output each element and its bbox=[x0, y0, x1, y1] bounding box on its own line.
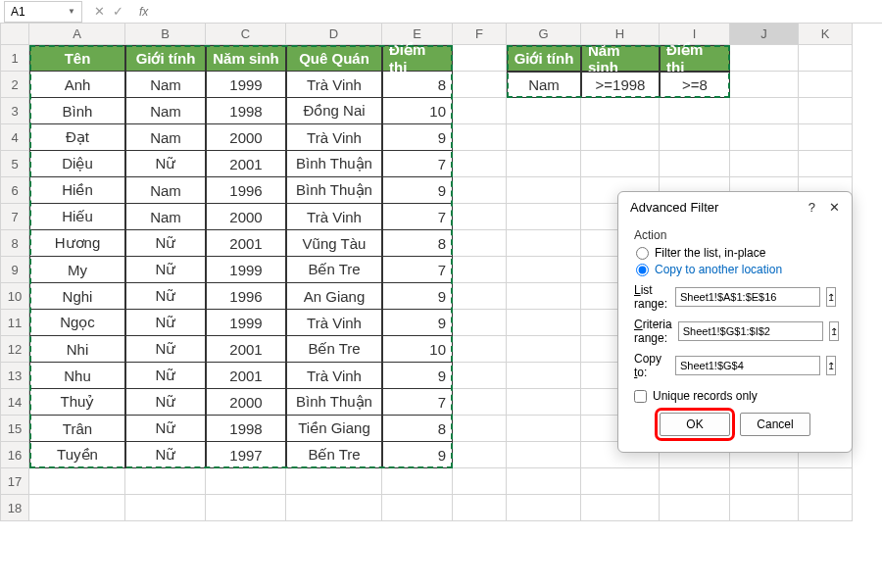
cell-J4[interactable] bbox=[730, 124, 799, 151]
cell-F15[interactable] bbox=[453, 416, 507, 442]
cell-F5[interactable] bbox=[453, 151, 507, 177]
row-header[interactable]: 4 bbox=[0, 124, 29, 151]
cell-E3[interactable]: 10 bbox=[382, 98, 453, 124]
ok-button[interactable]: OK bbox=[660, 413, 730, 436]
cell-G5[interactable] bbox=[507, 151, 581, 177]
cell-E9[interactable]: 7 bbox=[382, 257, 453, 283]
col-header-B[interactable]: B bbox=[125, 24, 206, 45]
cell-E2[interactable]: 8 bbox=[382, 72, 453, 98]
cell-A7[interactable]: Hiếu bbox=[29, 204, 125, 230]
cell-B16[interactable]: Nữ bbox=[125, 442, 206, 468]
cell-A16[interactable]: Tuyền bbox=[29, 442, 125, 468]
cell-J5[interactable] bbox=[730, 151, 799, 177]
cell-D11[interactable]: Trà Vinh bbox=[286, 310, 382, 336]
cell-E6[interactable]: 9 bbox=[382, 177, 453, 204]
criteria-range-input[interactable] bbox=[678, 321, 823, 341]
cell-D4[interactable]: Trà Vinh bbox=[286, 124, 382, 151]
cell-E14[interactable]: 7 bbox=[382, 389, 453, 416]
cell-B5[interactable]: Nữ bbox=[125, 151, 206, 177]
radio-in-place-input[interactable] bbox=[636, 247, 649, 260]
cell-A2[interactable]: Anh bbox=[29, 72, 125, 98]
cell-F1[interactable] bbox=[453, 45, 507, 72]
row-header[interactable]: 3 bbox=[0, 98, 29, 124]
row-header[interactable]: 5 bbox=[0, 151, 29, 177]
cancel-button[interactable]: Cancel bbox=[740, 413, 810, 436]
cell-E11[interactable]: 9 bbox=[382, 310, 453, 336]
cell-B3[interactable]: Nam bbox=[125, 98, 206, 124]
cell-E7[interactable]: 7 bbox=[382, 204, 453, 230]
cell-C9[interactable]: 1999 bbox=[206, 257, 286, 283]
cell-C4[interactable]: 2000 bbox=[206, 124, 286, 151]
cell-F2[interactable] bbox=[453, 72, 507, 98]
cell-C2[interactable]: 1999 bbox=[206, 72, 286, 98]
radio-copy-location[interactable]: Copy to another location bbox=[636, 263, 836, 276]
unique-records-checkbox[interactable]: Unique records only bbox=[634, 389, 836, 403]
cell-D10[interactable]: An Giang bbox=[286, 283, 382, 310]
cell-I17[interactable] bbox=[660, 468, 730, 495]
cell-B15[interactable]: Nữ bbox=[125, 416, 206, 442]
cell-A10[interactable]: Nghi bbox=[29, 283, 125, 310]
cell-C12[interactable]: 2001 bbox=[206, 336, 286, 363]
cell-B6[interactable]: Nam bbox=[125, 177, 206, 204]
row-header[interactable]: 11 bbox=[0, 310, 29, 336]
row-header[interactable]: 15 bbox=[0, 416, 29, 442]
cell-H1[interactable]: Năm sinh bbox=[581, 45, 660, 72]
formula-input[interactable] bbox=[152, 1, 882, 23]
cell-J17[interactable] bbox=[730, 468, 799, 495]
enter-icon[interactable]: ✓ bbox=[113, 4, 123, 19]
cell-B4[interactable]: Nam bbox=[125, 124, 206, 151]
cell-J3[interactable] bbox=[730, 98, 799, 124]
cell-G12[interactable] bbox=[507, 336, 581, 363]
cell-E8[interactable]: 8 bbox=[382, 230, 453, 257]
cell-H17[interactable] bbox=[581, 468, 660, 495]
list-range-input[interactable] bbox=[675, 287, 820, 307]
cell-D9[interactable]: Bến Tre bbox=[286, 257, 382, 283]
cell-A1[interactable]: Tên bbox=[29, 45, 125, 72]
cell-A15[interactable]: Trân bbox=[29, 416, 125, 442]
cell-I1[interactable]: Điểm thi bbox=[660, 45, 730, 72]
cell-G6[interactable] bbox=[507, 177, 581, 204]
cell-B17[interactable] bbox=[125, 468, 206, 495]
col-header-K[interactable]: K bbox=[799, 24, 853, 45]
cell-G1[interactable]: Giới tính bbox=[507, 45, 581, 72]
fx-icon[interactable]: fx bbox=[139, 5, 148, 19]
chevron-down-icon[interactable]: ▼ bbox=[68, 7, 75, 16]
cell-G17[interactable] bbox=[507, 468, 581, 495]
cell-F16[interactable] bbox=[453, 442, 507, 468]
unique-checkbox-input[interactable] bbox=[634, 390, 647, 403]
cell-D16[interactable]: Bến Tre bbox=[286, 442, 382, 468]
close-icon[interactable]: ✕ bbox=[829, 200, 840, 215]
col-header-D[interactable]: D bbox=[286, 24, 382, 45]
cell-C15[interactable]: 1998 bbox=[206, 416, 286, 442]
cell-A5[interactable]: Diệu bbox=[29, 151, 125, 177]
cell-C6[interactable]: 1996 bbox=[206, 177, 286, 204]
cell-A6[interactable]: Hiền bbox=[29, 177, 125, 204]
cell-C13[interactable]: 2001 bbox=[206, 363, 286, 389]
col-header-C[interactable]: C bbox=[206, 24, 286, 45]
row-header[interactable]: 6 bbox=[0, 177, 29, 204]
col-header-A[interactable]: A bbox=[29, 24, 125, 45]
cell-F11[interactable] bbox=[453, 310, 507, 336]
cell-E15[interactable]: 8 bbox=[382, 416, 453, 442]
col-header-G[interactable]: G bbox=[507, 24, 581, 45]
cell-B9[interactable]: Nữ bbox=[125, 257, 206, 283]
cell-G8[interactable] bbox=[507, 230, 581, 257]
cell-A8[interactable]: Hương bbox=[29, 230, 125, 257]
cell-A4[interactable]: Đạt bbox=[29, 124, 125, 151]
row-header[interactable]: 14 bbox=[0, 389, 29, 416]
cell-D15[interactable]: Tiền Giang bbox=[286, 416, 382, 442]
cell-C18[interactable] bbox=[206, 495, 286, 521]
cell-K17[interactable] bbox=[799, 468, 853, 495]
cell-A12[interactable]: Nhi bbox=[29, 336, 125, 363]
cell-A9[interactable]: My bbox=[29, 257, 125, 283]
row-header[interactable]: 7 bbox=[0, 204, 29, 230]
cell-I4[interactable] bbox=[660, 124, 730, 151]
cell-D2[interactable]: Trà Vinh bbox=[286, 72, 382, 98]
cell-B2[interactable]: Nam bbox=[125, 72, 206, 98]
cell-H5[interactable] bbox=[581, 151, 660, 177]
row-header[interactable]: 17 bbox=[0, 468, 29, 495]
cell-F13[interactable] bbox=[453, 363, 507, 389]
cell-C16[interactable]: 1997 bbox=[206, 442, 286, 468]
cell-K18[interactable] bbox=[799, 495, 853, 521]
cell-C7[interactable]: 2000 bbox=[206, 204, 286, 230]
